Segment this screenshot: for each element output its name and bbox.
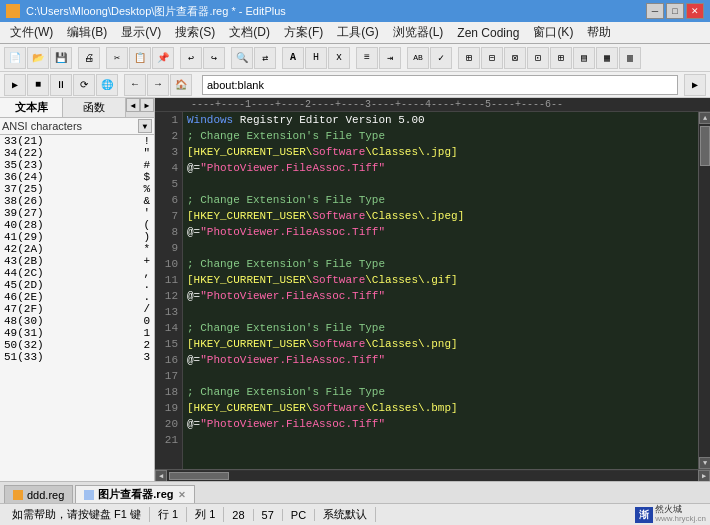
menu-view[interactable]: 显示(V) xyxy=(115,22,167,43)
tab-photo-reg[interactable]: 图片查看器.reg ✕ xyxy=(75,485,194,503)
toolbar-bold-button[interactable]: A xyxy=(282,47,304,69)
sidebar-list-item[interactable]: 34(22)" xyxy=(0,147,154,159)
hscroll-thumb[interactable] xyxy=(169,472,229,480)
tab-ddd-reg-icon xyxy=(13,490,23,500)
toolbar-indent-button[interactable]: ⇥ xyxy=(379,47,401,69)
sidebar-list-item[interactable]: 49(31)1 xyxy=(0,327,154,339)
toolbar-redo-button[interactable]: ↪ xyxy=(203,47,225,69)
address-bar[interactable] xyxy=(202,75,678,95)
toolbar2-b4[interactable]: ⟳ xyxy=(73,74,95,96)
toolbar-h-button[interactable]: H xyxy=(305,47,327,69)
toolbar-ab-button[interactable]: AB xyxy=(407,47,429,69)
toolbar2-b5[interactable]: 🌐 xyxy=(96,74,118,96)
sidebar-list-item[interactable]: 42(2A)* xyxy=(0,243,154,255)
minimize-button[interactable]: ─ xyxy=(646,3,664,19)
vertical-scrollbar[interactable]: ▲ ▼ xyxy=(698,112,710,469)
sidebar-list-item[interactable]: 44(2C), xyxy=(0,267,154,279)
sidebar-item-code: 39(27) xyxy=(4,207,44,219)
toolbar-find-button[interactable]: 🔍 xyxy=(231,47,253,69)
sidebar-list-item[interactable]: 41(29)) xyxy=(0,231,154,243)
toolbar-grid8-button[interactable]: ▥ xyxy=(619,47,641,69)
toolbar-grid4-button[interactable]: ⊡ xyxy=(527,47,549,69)
toolbar2-b2[interactable]: ■ xyxy=(27,74,49,96)
toolbar-x-button[interactable]: x xyxy=(328,47,350,69)
menu-zencoding[interactable]: Zen Coding xyxy=(451,24,525,42)
sidebar-list-item[interactable]: 38(26)& xyxy=(0,195,154,207)
menu-tools[interactable]: 工具(G) xyxy=(331,22,384,43)
code-line: Windows Registry Editor Version 5.00 xyxy=(187,112,694,128)
toolbar2-b8[interactable]: 🏠 xyxy=(170,74,192,96)
code-lines[interactable]: Windows Registry Editor Version 5.00; Ch… xyxy=(183,112,698,469)
sidebar-list-item[interactable]: 47(2F)/ xyxy=(0,303,154,315)
toolbar-grid5-button[interactable]: ⊞ xyxy=(550,47,572,69)
toolbar-undo-button[interactable]: ↩ xyxy=(180,47,202,69)
sidebar-list-item[interactable]: 45(2D). xyxy=(0,279,154,291)
toolbar-grid7-button[interactable]: ▦ xyxy=(596,47,618,69)
menu-edit[interactable]: 编辑(B) xyxy=(61,22,113,43)
menu-help[interactable]: 帮助 xyxy=(581,22,617,43)
sidebar-tabs: 文本库 函数 ◀ ▶ xyxy=(0,98,154,118)
editor-content[interactable]: 123456789101112131415161718192021 Window… xyxy=(155,112,710,469)
status-logo: 渐 然火城 www.hryckj.cn xyxy=(635,505,706,524)
sidebar-list-item[interactable]: 46(2E). xyxy=(0,291,154,303)
line-number: 17 xyxy=(159,368,178,384)
sidebar-list-item[interactable]: 50(32)2 xyxy=(0,339,154,351)
sidebar-list-item[interactable]: 33(21)! xyxy=(0,135,154,147)
sidebar-nav-prev[interactable]: ◀ xyxy=(126,98,140,112)
toolbar2-b7[interactable]: → xyxy=(147,74,169,96)
sidebar-item-char: . xyxy=(135,279,150,291)
toolbar-grid3-button[interactable]: ⊠ xyxy=(504,47,526,69)
sidebar-list-item[interactable]: 35(23)# xyxy=(0,159,154,171)
toolbar2-b6[interactable]: ← xyxy=(124,74,146,96)
menu-file[interactable]: 文件(W) xyxy=(4,22,59,43)
close-button[interactable]: ✕ xyxy=(686,3,704,19)
sidebar-nav-next[interactable]: ▶ xyxy=(140,98,154,112)
toolbar-grid6-button[interactable]: ▤ xyxy=(573,47,595,69)
sidebar-list-item[interactable]: 39(27)' xyxy=(0,207,154,219)
menu-search[interactable]: 搜索(S) xyxy=(169,22,221,43)
hscroll-left-button[interactable]: ◀ xyxy=(155,470,167,482)
scroll-thumb[interactable] xyxy=(700,126,710,166)
toolbar-print-button[interactable]: 🖨 xyxy=(78,47,100,69)
maximize-button[interactable]: □ xyxy=(666,3,684,19)
code-line: [HKEY_CURRENT_USER\Software\Classes\.bmp… xyxy=(187,400,694,416)
toolbar-check-button[interactable]: ✓ xyxy=(430,47,452,69)
code-token: [HKEY_ xyxy=(187,402,227,414)
sidebar-item-char: $ xyxy=(135,171,150,183)
sidebar-list-item[interactable]: 51(33)3 xyxy=(0,351,154,363)
toolbar-replace-button[interactable]: ⇄ xyxy=(254,47,276,69)
sidebar-list-item[interactable]: 48(30)0 xyxy=(0,315,154,327)
sidebar-list-item[interactable]: 37(25)% xyxy=(0,183,154,195)
toolbar2-b3[interactable]: ⏸ xyxy=(50,74,72,96)
scroll-up-button[interactable]: ▲ xyxy=(699,112,710,124)
hscroll-right-button[interactable]: ▶ xyxy=(698,470,710,482)
code-line: @="PhotoViewer.FileAssoc.Tiff" xyxy=(187,288,694,304)
sidebar-tab-textlib[interactable]: 文本库 xyxy=(0,98,63,117)
tab-close-icon[interactable]: ✕ xyxy=(178,490,186,500)
toolbar-paste-button[interactable]: 📌 xyxy=(152,47,174,69)
code-token: "PhotoViewer.FileAssoc.Tiff" xyxy=(200,418,385,430)
toolbar-cut-button[interactable]: ✂ xyxy=(106,47,128,69)
toolbar-new-button[interactable]: 📄 xyxy=(4,47,26,69)
sidebar-item-code: 37(25) xyxy=(4,183,44,195)
toolbar-grid-button[interactable]: ⊞ xyxy=(458,47,480,69)
toolbar-open-button[interactable]: 📂 xyxy=(27,47,49,69)
sidebar-list-item[interactable]: 40(28)( xyxy=(0,219,154,231)
scroll-down-button[interactable]: ▼ xyxy=(699,457,710,469)
toolbar-save-button[interactable]: 💾 xyxy=(50,47,72,69)
menu-window[interactable]: 窗口(K) xyxy=(527,22,579,43)
sidebar-list-item[interactable]: 43(2B)+ xyxy=(0,255,154,267)
toolbar-copy-button[interactable]: 📋 xyxy=(129,47,151,69)
menu-document[interactable]: 文档(D) xyxy=(223,22,276,43)
sidebar-tab-functions[interactable]: 函数 xyxy=(63,98,126,117)
toolbar-align-button[interactable]: ≡ xyxy=(356,47,378,69)
toolbar-grid2-button[interactable]: ⊟ xyxy=(481,47,503,69)
horizontal-scrollbar[interactable]: ◀ ▶ xyxy=(155,469,710,481)
toolbar2-b9[interactable]: ▶ xyxy=(684,74,706,96)
sidebar-list-item[interactable]: 36(24)$ xyxy=(0,171,154,183)
sidebar-dropdown-btn[interactable]: ▼ xyxy=(138,119,152,133)
menu-scheme[interactable]: 方案(F) xyxy=(278,22,329,43)
toolbar2-b1[interactable]: ▶ xyxy=(4,74,26,96)
tab-ddd-reg[interactable]: ddd.reg xyxy=(4,485,73,503)
menu-browser[interactable]: 浏览器(L) xyxy=(387,22,450,43)
